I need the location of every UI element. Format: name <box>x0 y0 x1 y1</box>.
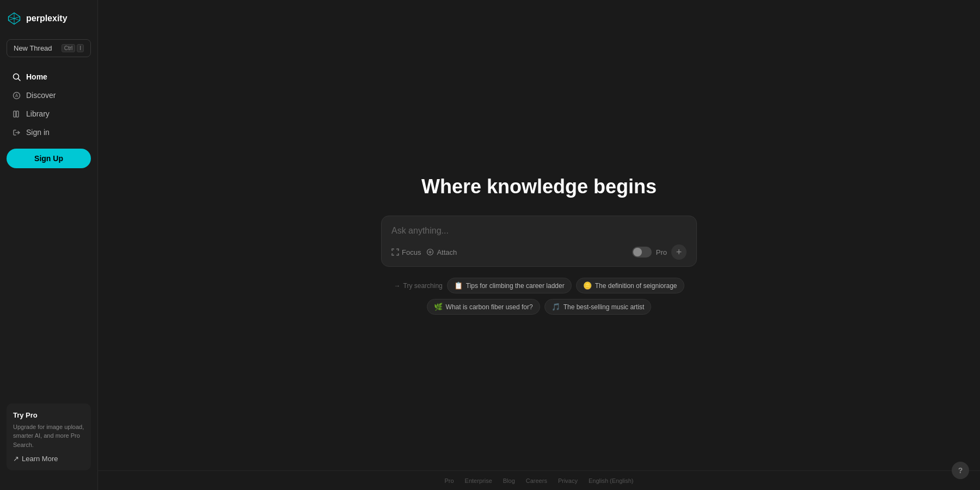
try-pro-description: Upgrade for image upload, smarter AI, an… <box>13 422 84 450</box>
music-emoji: 🎵 <box>552 303 560 311</box>
mode-toggle[interactable] <box>632 247 652 258</box>
discover-label: Discover <box>26 91 56 100</box>
headline: Where knowledge begins <box>421 175 657 198</box>
footer-careers[interactable]: Careers <box>526 477 547 484</box>
svg-rect-3 <box>16 111 19 117</box>
try-pro-title: Try Pro <box>13 411 84 419</box>
footer-enterprise[interactable]: Enterprise <box>465 477 492 484</box>
toolbar-right: Pro + <box>632 244 687 260</box>
home-label: Home <box>26 72 47 81</box>
learn-more-label: Learn More <box>22 455 58 463</box>
pro-label: Pro <box>656 248 667 256</box>
attach-button[interactable]: Attach <box>426 246 462 259</box>
perplexity-logo <box>7 11 22 26</box>
new-thread-button[interactable]: New Thread Ctrl I <box>7 39 91 57</box>
logo-text: perplexity <box>26 14 68 23</box>
keyboard-shortcut: Ctrl I <box>62 44 84 52</box>
learn-more-arrow: ↗ <box>13 455 19 463</box>
sidebar-item-library[interactable]: Library <box>7 105 91 122</box>
sidebar-item-home[interactable]: Home <box>7 68 91 85</box>
sidebar-item-signin[interactable]: Sign in <box>7 124 91 141</box>
ctrl-key: Ctrl <box>62 44 76 52</box>
suggestion-chip-music[interactable]: 🎵 The best-selling music artist <box>544 299 652 315</box>
help-button[interactable]: ? <box>952 462 969 479</box>
focus-button[interactable]: Focus <box>391 246 426 259</box>
compass-icon <box>12 91 21 100</box>
carbon-label: What is carbon fiber used for? <box>446 303 533 311</box>
sidebar: perplexity New Thread Ctrl I Home Discov… <box>0 0 98 490</box>
footer-privacy[interactable]: Privacy <box>558 477 578 484</box>
suggestion-chip-career[interactable]: 📋 Tips for climbing the career ladder <box>447 278 572 293</box>
signup-button[interactable]: Sign Up <box>7 149 91 168</box>
search-box: Focus Attach Pro + <box>381 216 697 267</box>
attach-label: Attach <box>437 248 457 256</box>
search-input[interactable] <box>391 226 687 236</box>
i-key: I <box>77 44 84 52</box>
sidebar-bottom: Try Pro Upgrade for image upload, smarte… <box>7 403 91 482</box>
suggestion-chip-seigniorage[interactable]: 🪙 The definition of seigniorage <box>576 278 684 293</box>
search-toolbar: Focus Attach Pro + <box>391 244 687 260</box>
library-label: Library <box>26 109 50 118</box>
suggestions-row-2: 🌿 What is carbon fiber used for? 🎵 The b… <box>427 299 652 315</box>
attach-icon <box>426 248 434 256</box>
try-label: Try searching <box>403 282 443 290</box>
seigniorage-emoji: 🪙 <box>583 281 592 290</box>
library-icon <box>12 109 21 118</box>
focus-icon <box>391 248 399 256</box>
main-content: Where knowledge begins Focus Attach Pro … <box>98 0 980 490</box>
footer-pro[interactable]: Pro <box>444 477 454 484</box>
footer-language[interactable]: English (English) <box>589 477 634 484</box>
signin-icon <box>12 128 21 137</box>
suggestions-area: → Try searching 📋 Tips for climbing the … <box>394 278 684 315</box>
plus-button[interactable]: + <box>671 244 687 260</box>
logo-area: perplexity <box>7 9 91 28</box>
svg-rect-2 <box>14 111 16 117</box>
carbon-emoji: 🌿 <box>434 303 443 311</box>
new-thread-label: New Thread <box>14 44 52 52</box>
suggestion-chip-carbon[interactable]: 🌿 What is carbon fiber used for? <box>427 299 540 315</box>
suggestions-row-1: → Try searching 📋 Tips for climbing the … <box>394 278 684 293</box>
try-pro-section: Try Pro Upgrade for image upload, smarte… <box>7 403 91 471</box>
search-icon <box>12 72 21 81</box>
seigniorage-label: The definition of seigniorage <box>595 282 677 290</box>
footer-bar: Pro Enterprise Blog Careers Privacy Engl… <box>98 470 980 490</box>
try-searching-label: → Try searching <box>394 278 443 293</box>
focus-label: Focus <box>402 248 421 256</box>
music-label: The best-selling music artist <box>564 303 645 311</box>
career-emoji: 📋 <box>454 281 463 290</box>
main-nav: Home Discover Library Sign in <box>7 68 91 142</box>
footer-blog[interactable]: Blog <box>503 477 515 484</box>
career-label: Tips for climbing the career ladder <box>466 282 565 290</box>
learn-more-button[interactable]: ↗ Learn More <box>13 455 58 463</box>
sidebar-item-discover[interactable]: Discover <box>7 87 91 104</box>
signin-label: Sign in <box>26 128 50 137</box>
